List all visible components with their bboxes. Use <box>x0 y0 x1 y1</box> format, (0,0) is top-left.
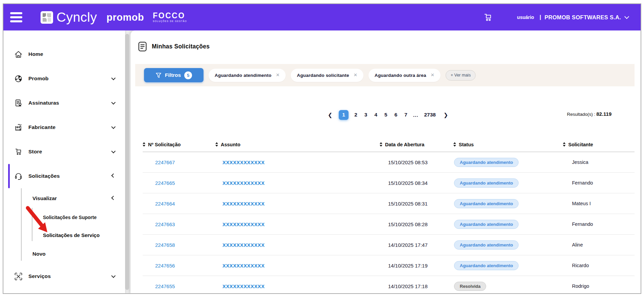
request-number-link[interactable]: 2247665 <box>143 180 215 186</box>
company-name[interactable]: PROMOB SOFTWARES S.A. <box>545 14 621 21</box>
status-badge: Resolvida <box>454 282 486 291</box>
status-badge: Aguardando atendimento <box>454 178 519 188</box>
scrollbar[interactable] <box>125 34 129 290</box>
sidebar-item-label: Solicitações de Serviço <box>43 232 100 238</box>
request-subject-link[interactable]: XXXXXXXXXXXX <box>215 221 380 227</box>
request-number-link[interactable]: 2247655 <box>143 283 215 289</box>
column-header-status[interactable]: Status <box>453 142 563 147</box>
request-number-link[interactable]: 2247658 <box>143 242 215 248</box>
sidebar-item-solicitacoes[interactable]: Solicitações <box>3 164 125 188</box>
sidebar-item-label: Novo <box>32 251 46 257</box>
request-status-cell: Aguardando atendimento <box>453 261 563 270</box>
chevron-down-icon <box>111 274 116 278</box>
request-status-cell: Resolvida <box>453 282 563 291</box>
chip-remove-icon[interactable]: ✕ <box>276 73 280 78</box>
page-title-row: Minhas Solicitações <box>138 41 641 52</box>
request-subject-link[interactable]: XXXXXXXXXXXX <box>215 159 380 165</box>
cyncly-wordmark: Cyncly <box>56 10 97 25</box>
request-status-cell: Aguardando atendimento <box>453 240 563 250</box>
chevron-down-icon <box>111 100 116 105</box>
request-number-link[interactable]: 2247663 <box>143 221 215 227</box>
request-open-date: 15/10/2025 08:31 <box>380 201 453 207</box>
pagination-prev-icon[interactable]: ❮ <box>326 112 334 118</box>
request-status-cell: Aguardando atendimento <box>453 158 563 167</box>
store-icon <box>14 147 23 156</box>
sidebar-item-promob[interactable]: Promob <box>3 66 125 91</box>
pagination-page-7[interactable]: 7 <box>403 112 409 118</box>
chip-remove-icon[interactable]: ✕ <box>431 73 434 78</box>
column-header-label: Data de Abertura <box>385 142 424 147</box>
sidebar-tree-line <box>21 188 22 261</box>
sidebar-item-label: Home <box>28 51 43 57</box>
column-header-label: Solicitante <box>568 142 593 147</box>
pagination-page-2738[interactable]: 2738 <box>423 112 437 118</box>
status-badge: Aguardando atendimento <box>454 158 519 167</box>
filter-bar: Filtros 5 Aguardando atendimento✕Aguarda… <box>135 64 635 86</box>
pagination-page-6[interactable]: 6 <box>393 112 399 118</box>
fabricante-icon <box>14 123 23 132</box>
column-header-assunto[interactable]: Assunto <box>215 142 380 147</box>
sidebar-item-solicitacoes-de-suporte[interactable]: Solicitações de Suporte <box>3 209 125 226</box>
request-requester: Fernando <box>563 180 635 186</box>
request-requester: Aline <box>563 242 635 248</box>
request-requester: Jessica <box>563 159 635 165</box>
promob-icon <box>14 74 23 83</box>
pagination-ellipsis: ... <box>413 112 419 118</box>
request-open-date: 15/10/2025 08:28 <box>380 221 453 227</box>
user-label[interactable]: usuário <box>517 15 534 20</box>
request-subject-link[interactable]: XXXXXXXXXXXX <box>215 263 380 269</box>
pagination-page-4[interactable]: 4 <box>373 112 379 118</box>
sidebar-item-assinaturas[interactable]: Assinaturas <box>3 91 125 115</box>
request-open-date: 15/10/2025 08:53 <box>380 159 453 165</box>
request-subject-link[interactable]: XXXXXXXXXXXX <box>215 242 380 248</box>
pagination-page-1[interactable]: 1 <box>339 110 349 120</box>
promob-wordmark: promob <box>106 12 144 23</box>
filter-chip-label: Aguardando solicitante <box>297 73 349 78</box>
top-header: Cyncly promob FOCCO SOLUÇÕES DE GESTÃO u… <box>3 4 641 30</box>
sidebar-item-solicitacoes-de-servico[interactable]: Solicitações de Serviço <box>3 226 125 244</box>
pagination-page-2[interactable]: 2 <box>353 112 359 118</box>
request-subject-link[interactable]: XXXXXXXXXXXX <box>215 180 380 186</box>
sidebar-item-servicos[interactable]: Serviços <box>3 264 125 288</box>
request-open-date: 14/10/2025 17:18 <box>380 283 453 289</box>
table-row: 2247655XXXXXXXXXXXX14/10/2025 17:18Resol… <box>143 276 635 294</box>
filters-button[interactable]: Filtros 5 <box>144 68 204 82</box>
menu-icon[interactable] <box>10 12 23 22</box>
status-badge: Aguardando atendimento <box>454 199 519 208</box>
see-more-button[interactable]: + Ver mais <box>446 70 476 81</box>
column-header-label: Nº Solicitação <box>148 142 181 147</box>
cart-icon[interactable] <box>483 12 493 23</box>
sidebar-item-home[interactable]: Home <box>3 42 125 66</box>
request-status-cell: Aguardando atendimento <box>453 178 563 188</box>
sidebar-item-fabricante[interactable]: Fabricante <box>3 115 125 140</box>
chip-remove-icon[interactable]: ✕ <box>354 73 357 78</box>
header-separator: | <box>540 14 541 21</box>
pagination-page-5[interactable]: 5 <box>383 112 389 118</box>
cyncly-logo-icon <box>41 11 53 24</box>
table-row: 2247663XXXXXXXXXXXX15/10/2025 08:28Aguar… <box>143 214 635 235</box>
filter-chip-label: Aguardando atendimento <box>215 73 271 78</box>
sidebar-item-novo[interactable]: Novo <box>3 244 125 264</box>
column-header-data-de-abertura[interactable]: Data de Abertura <box>380 142 453 147</box>
solicitacoes-icon <box>14 171 23 181</box>
table-row: 2247664XXXXXXXXXXXX15/10/2025 08:31Aguar… <box>143 193 635 214</box>
column-header-solicitante[interactable]: Solicitante <box>563 142 635 147</box>
request-number-link[interactable]: 2247667 <box>143 159 215 165</box>
chevron-down-icon[interactable] <box>624 14 629 19</box>
request-open-date: 15/10/2025 08:34 <box>380 180 453 186</box>
column-header-label: Status <box>459 142 474 147</box>
pagination-next-icon[interactable]: ❯ <box>442 112 450 118</box>
filter-chip: Aguardando atendimento✕ <box>209 69 286 82</box>
request-subject-link[interactable]: XXXXXXXXXXXX <box>215 201 380 207</box>
sidebar-item-visualizar[interactable]: Visualizar <box>3 188 125 209</box>
sidebar-item-label: Fabricante <box>28 124 55 130</box>
focco-wordmark: FOCCO SOLUÇÕES DE GESTÃO <box>153 12 187 23</box>
request-subject-link[interactable]: XXXXXXXXXXXX <box>215 283 380 289</box>
table-row: 2247658XXXXXXXXXXXX14/10/2025 17:47Aguar… <box>143 235 635 255</box>
column-header-n-solicitacao[interactable]: Nº Solicitação <box>143 142 215 147</box>
request-number-link[interactable]: 2247656 <box>143 263 215 269</box>
request-number-link[interactable]: 2247664 <box>143 201 215 207</box>
sidebar-item-store[interactable]: Store <box>3 140 125 164</box>
pagination-page-3[interactable]: 3 <box>363 112 369 118</box>
sidebar-item-label: Serviços <box>28 273 51 279</box>
